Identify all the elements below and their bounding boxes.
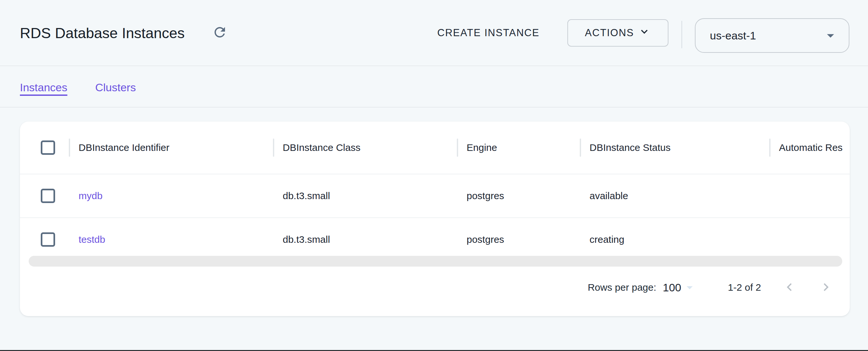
rds-console-screen: RDS Database Instances CREATE INSTANCE A… xyxy=(0,0,868,351)
column-header-class: DBInstance Class xyxy=(273,122,457,174)
actions-button-label: ACTIONS xyxy=(585,27,634,39)
chevron-right-icon xyxy=(818,279,834,296)
rows-per-page-label: Rows per page: xyxy=(588,282,656,293)
column-header-identifier: DBInstance Identifier xyxy=(69,122,273,174)
column-header-automatic: Automatic Res xyxy=(769,122,850,174)
top-header: RDS Database Instances CREATE INSTANCE A… xyxy=(0,0,868,66)
pagination-bar: Rows per page: 100 1-2 of 2 xyxy=(20,275,850,300)
previous-page-button[interactable] xyxy=(781,279,798,296)
instance-link-mydb[interactable]: mydb xyxy=(79,190,102,201)
cell-automatic xyxy=(769,174,850,217)
cell-status: creating xyxy=(580,218,769,261)
tab-instances[interactable]: Instances xyxy=(20,81,67,94)
table-row: testdb db.t3.small postgres creating xyxy=(20,217,850,261)
cell-engine: postgres xyxy=(457,218,580,261)
cell-class: db.t3.small xyxy=(273,218,457,261)
region-selector[interactable]: us-east-1 xyxy=(695,18,849,53)
pagination-range-label: 1-2 of 2 xyxy=(728,282,761,293)
row-checkbox-mydb[interactable] xyxy=(41,189,55,203)
cell-class: db.t3.small xyxy=(273,174,457,217)
tab-clusters[interactable]: Clusters xyxy=(95,81,136,94)
caret-down-icon xyxy=(681,280,697,295)
row-checkbox-cell xyxy=(20,218,69,261)
table-row: mydb db.t3.small postgres available xyxy=(20,174,850,217)
select-all-checkbox[interactable] xyxy=(41,140,55,155)
rows-per-page-value: 100 xyxy=(663,281,681,294)
page-title: RDS Database Instances xyxy=(20,25,185,42)
row-checkbox-cell xyxy=(20,174,69,217)
header-checkbox-cell xyxy=(20,122,69,174)
table-header-row: DBInstance Identifier DBInstance Class E… xyxy=(20,122,850,174)
cell-status: available xyxy=(580,174,769,217)
instance-link-testdb[interactable]: testdb xyxy=(79,234,105,245)
row-checkbox-testdb[interactable] xyxy=(41,232,55,247)
region-selector-value: us-east-1 xyxy=(695,29,756,42)
refresh-button[interactable] xyxy=(211,24,228,41)
header-vertical-divider xyxy=(681,21,682,48)
cell-engine: postgres xyxy=(457,174,580,217)
rows-per-page-select[interactable]: 100 xyxy=(663,280,697,295)
actions-dropdown-button[interactable]: ACTIONS xyxy=(567,19,669,46)
next-page-button[interactable] xyxy=(818,279,834,296)
column-header-engine: Engine xyxy=(457,122,580,174)
chevron-left-icon xyxy=(782,279,797,296)
chevron-down-icon xyxy=(638,25,651,41)
column-header-status: DBInstance Status xyxy=(580,122,769,174)
tabs-bar: Instances Clusters xyxy=(0,67,868,107)
instances-table-card: DBInstance Identifier DBInstance Class E… xyxy=(20,122,850,316)
refresh-icon xyxy=(212,36,227,41)
create-instance-button[interactable]: CREATE INSTANCE xyxy=(437,19,540,46)
horizontal-scrollbar[interactable] xyxy=(29,256,842,266)
cell-automatic xyxy=(769,218,850,261)
